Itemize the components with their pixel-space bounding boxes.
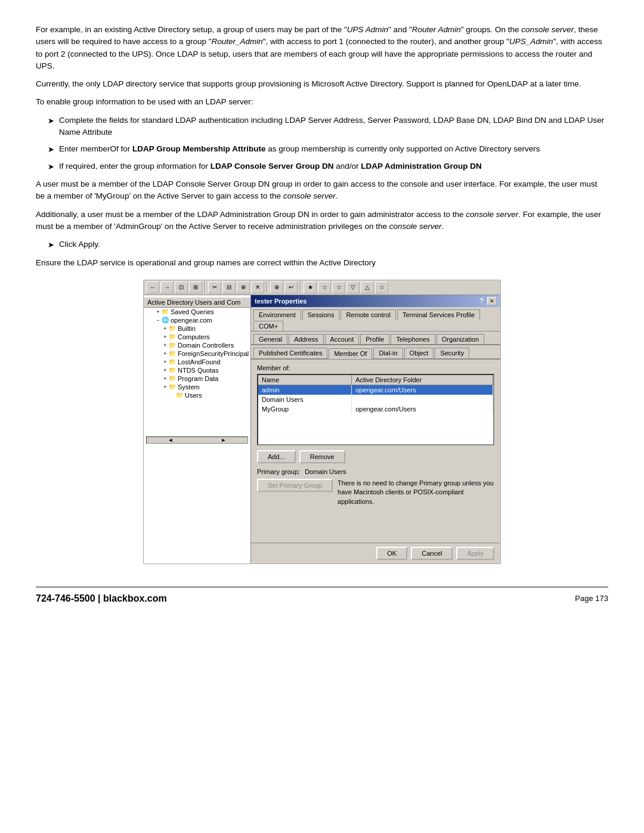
tab-environment[interactable]: Environment	[253, 309, 301, 320]
toolbar-cut[interactable]: ✂	[208, 281, 221, 293]
tab-bar-top: Environment Sessions Remote control Term…	[251, 307, 500, 332]
tab-general[interactable]: General	[253, 334, 287, 344]
tab-remote-control[interactable]: Remote control	[340, 309, 396, 320]
tab-profile[interactable]: Profile	[360, 334, 389, 344]
tab-terminal-services[interactable]: Terminal Services Profile	[397, 309, 480, 320]
toolbar-back[interactable]: ←	[146, 281, 159, 293]
cell-name-admin: admin	[258, 385, 352, 395]
toolbar-view1[interactable]: ☆	[332, 281, 345, 293]
expand-lost-found[interactable]: +	[162, 359, 169, 365]
tree-item-foreign-security[interactable]: + 📁 ForeignSecurityPrincipal	[144, 349, 250, 358]
tree-item-builtin[interactable]: + 📁 Builtin	[144, 324, 250, 333]
tree-item-computers[interactable]: + 📁 Computers	[144, 333, 250, 341]
expand-users[interactable]	[169, 392, 176, 398]
tree-item-saved-queries[interactable]: + 📁 Saved Queries	[144, 308, 250, 316]
primary-group-value: Domain Users	[305, 468, 346, 475]
toolbar-map[interactable]: ⊞	[189, 281, 202, 293]
toolbar-paste[interactable]: ⊕	[237, 281, 250, 293]
expand-saved-queries[interactable]: +	[154, 309, 162, 315]
expand-opengear[interactable]: −	[154, 317, 162, 323]
set-primary-group-button[interactable]: Set Primary Group	[257, 479, 333, 492]
col-header-name: Name	[258, 375, 352, 385]
expand-domain-controllers[interactable]: +	[162, 342, 169, 348]
paragraph-2: Currently, the only LDAP directory servi…	[36, 78, 608, 90]
footer-page: Page 173	[575, 594, 608, 603]
expand-computers[interactable]: +	[162, 334, 169, 340]
toolbar-forward[interactable]: →	[160, 281, 174, 293]
folder-icon-users: 📁	[176, 392, 183, 398]
tree-label-opengear: opengear.com	[171, 317, 212, 324]
bullet-arrow-2: ➤	[48, 144, 54, 156]
ok-button[interactable]: OK	[376, 547, 407, 560]
cell-folder-domain-users	[352, 395, 493, 404]
add-button[interactable]: Add...	[257, 450, 296, 463]
toolbar-new[interactable]: ⊕	[270, 281, 283, 293]
page-footer: 724-746-5500 | blackbox.com Page 173	[36, 587, 608, 610]
expand-ntds[interactable]: +	[162, 367, 169, 373]
toolbar-filter[interactable]: ☆	[318, 281, 331, 293]
set-primary-note: There is no need to change Primary group…	[338, 479, 494, 506]
tree-label-system: System	[178, 383, 200, 391]
add-remove-buttons: Add... Remove	[257, 450, 494, 463]
toolbar-sep1	[205, 282, 206, 293]
tab-sessions[interactable]: Sessions	[302, 309, 340, 320]
paragraph-4: A user must be a member of the LDAP Cons…	[36, 178, 608, 203]
toolbar-sep3	[300, 282, 301, 293]
set-primary-row: Set Primary Group There is no need to ch…	[257, 479, 494, 506]
table-row-domain-users[interactable]: Domain Users	[258, 395, 493, 404]
expand-foreign-security[interactable]: +	[162, 351, 169, 357]
remove-button[interactable]: Remove	[299, 450, 345, 463]
bullet-arrow-3: ➤	[48, 161, 54, 173]
dialog-content: Member of: Name Active Directory Folder	[251, 360, 500, 543]
tab-member-of[interactable]: Member Of	[329, 348, 372, 359]
apply-button[interactable]: Apply	[456, 547, 494, 560]
member-table-container: Name Active Directory Folder admin openg…	[257, 374, 494, 445]
toolbar-help[interactable]: ☆	[375, 281, 388, 293]
table-row-admin[interactable]: admin opengear.com/Users	[258, 385, 493, 395]
tree-item-system[interactable]: + 📁 System	[144, 383, 250, 391]
expand-program-data[interactable]: +	[162, 376, 169, 382]
tree-item-users[interactable]: 📁 Users	[144, 391, 250, 400]
paragraph-6: Ensure the LDAP service is operational a…	[36, 257, 608, 269]
toolbar-up[interactable]: ⊡	[175, 281, 188, 293]
bullet-text-click: Click Apply.	[59, 239, 608, 250]
tree-item-program-data[interactable]: + 📁 Program Data	[144, 374, 250, 383]
toolbar-view3[interactable]: △	[361, 281, 374, 293]
tree-label-ntds: NTDS Quotas	[178, 367, 218, 374]
toolbar-view2[interactable]: ▽	[346, 281, 360, 293]
dialog-titlebar: tester Properties ? ✕	[251, 295, 500, 307]
toolbar-find[interactable]: ★	[304, 281, 317, 293]
tab-address[interactable]: Address	[289, 334, 323, 344]
tab-account[interactable]: Account	[325, 334, 360, 344]
tab-organization[interactable]: Organization	[436, 334, 484, 344]
bullet-text-2: Enter memberOf for LDAP Group Membership…	[59, 143, 608, 155]
expand-system[interactable]: +	[162, 384, 169, 390]
tree-item-ntds[interactable]: + 📁 NTDS Quotas	[144, 366, 250, 374]
toolbar-delete[interactable]: ✕	[251, 281, 264, 293]
win-toolbar: ← → ⊡ ⊞ ✂ ⊟ ⊕ ✕ ⊕ ↩ ★ ☆ ☆ ▽ △ ☆	[144, 280, 500, 295]
member-table: Name Active Directory Folder admin openg…	[258, 375, 493, 414]
dialog-title-buttons: ? ✕	[479, 297, 497, 305]
toolbar-props[interactable]: ↩	[284, 281, 298, 293]
cancel-button[interactable]: Cancel	[411, 547, 453, 560]
horizontal-scrollbar[interactable]: ◄ ►	[146, 436, 248, 444]
globe-icon-opengear: 🌐	[162, 317, 169, 323]
tree-label-users: Users	[185, 392, 202, 399]
tab-security[interactable]: Security	[435, 348, 469, 358]
toolbar-copy[interactable]: ⊟	[222, 281, 236, 293]
tree-item-lost-found[interactable]: + 📁 LostAndFound	[144, 358, 250, 366]
tree-item-domain-controllers[interactable]: + 📁 Domain Controllers	[144, 341, 250, 349]
tree-item-opengear[interactable]: − 🌐 opengear.com	[144, 316, 250, 324]
bullet-text-1: Complete the fields for standard LDAP au…	[59, 114, 608, 139]
expand-builtin[interactable]: +	[162, 326, 169, 332]
tab-published-certificates[interactable]: Published Certificates	[253, 348, 327, 358]
dialog-close-button[interactable]: ✕	[487, 297, 497, 305]
tab-telephones[interactable]: Telephones	[391, 334, 435, 344]
tab-dial-in[interactable]: Dial-in	[373, 348, 402, 358]
table-row-mygroup[interactable]: MyGroup opengear.com/Users	[258, 404, 493, 414]
tree-label-computers: Computers	[178, 333, 210, 340]
section-label-member-of: Member of:	[257, 364, 494, 371]
tab-object[interactable]: Object	[404, 348, 434, 358]
tab-com[interactable]: COM+	[253, 321, 283, 331]
paragraph-1: For example, in an existing Active Direc…	[36, 24, 608, 72]
